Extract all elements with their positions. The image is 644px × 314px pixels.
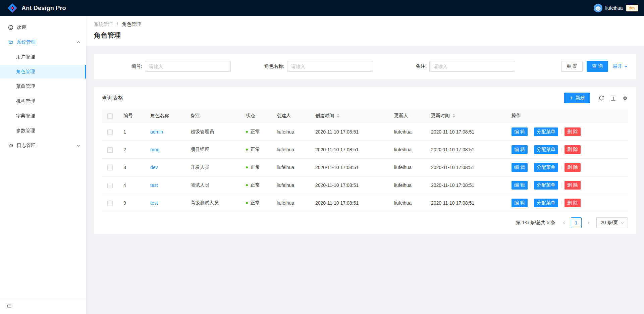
- sidebar-item-label: 日志管理: [17, 143, 36, 149]
- divider: [531, 183, 531, 188]
- edit-button[interactable]: 编 辑: [512, 199, 528, 207]
- sidebar-item-user-mgmt[interactable]: 用户管理: [0, 50, 86, 64]
- sidebar-item-role-mgmt[interactable]: 角色管理: [0, 65, 86, 78]
- sort-carets-icon[interactable]: [452, 114, 455, 118]
- cell-id: 3: [118, 159, 145, 176]
- assign-menu-button[interactable]: 分配菜单: [534, 163, 558, 172]
- delete-button[interactable]: 删 除: [565, 145, 581, 154]
- search-field-id: 编号:: [102, 61, 231, 72]
- divider: [561, 147, 561, 152]
- antd-logo-icon: [7, 3, 17, 13]
- chevron-down-icon: [76, 144, 80, 148]
- delete-button[interactable]: 删 除: [565, 199, 581, 207]
- breadcrumb-separator: /: [117, 21, 118, 27]
- delete-button[interactable]: 删 除: [565, 127, 581, 136]
- reset-button[interactable]: 重 置: [561, 61, 583, 72]
- col-header-status: 状态: [240, 109, 271, 123]
- assign-menu-button[interactable]: 分配菜单: [534, 199, 558, 207]
- menu-fold-icon[interactable]: [6, 303, 13, 310]
- role-name-link[interactable]: dev: [150, 165, 158, 170]
- row-checkbox[interactable]: [107, 165, 113, 170]
- delete-button[interactable]: 删 除: [565, 163, 581, 172]
- row-checkbox[interactable]: [107, 183, 113, 188]
- edit-button[interactable]: 编 辑: [512, 127, 528, 136]
- breadcrumb-current: 角色管理: [122, 21, 141, 27]
- edit-button[interactable]: 编 辑: [512, 145, 528, 154]
- sidebar-item-dict-mgmt[interactable]: 字典管理: [0, 109, 86, 123]
- table-title: 查询表格: [102, 95, 123, 102]
- row-checkbox[interactable]: [107, 129, 113, 135]
- table-wrap: 编号 角色名称 备注 状态 创建人 创建时间 更新人: [94, 109, 636, 212]
- status-dot: [246, 202, 248, 204]
- edit-button[interactable]: 编 辑: [512, 181, 528, 190]
- page-number-1[interactable]: 1: [571, 217, 582, 228]
- col-header-created[interactable]: 创建时间: [310, 109, 389, 123]
- reload-icon[interactable]: [599, 95, 604, 101]
- smile-icon: [8, 25, 13, 30]
- cell-created: 2020-11-10 17:08:51: [310, 123, 389, 141]
- new-button[interactable]: 新建: [564, 93, 590, 103]
- breadcrumb-system[interactable]: 系统管理: [94, 21, 113, 27]
- prev-page-icon[interactable]: [559, 217, 570, 228]
- role-name-link[interactable]: test: [150, 200, 158, 206]
- top-header: Ant Design Pro liufeihua dev: [0, 0, 644, 16]
- app-title: Ant Design Pro: [21, 5, 66, 12]
- table-row: 3 dev 开发人员 正常 liufeihua 2020-11-10 17:08…: [102, 159, 628, 176]
- remark-input[interactable]: [429, 61, 515, 72]
- row-checkbox[interactable]: [107, 201, 113, 206]
- plus-icon: [569, 96, 573, 100]
- sort-carets-icon[interactable]: [337, 114, 339, 118]
- assign-menu-button[interactable]: 分配菜单: [534, 181, 558, 190]
- avatar[interactable]: [594, 4, 602, 12]
- column-height-icon[interactable]: [610, 95, 616, 101]
- sidebar-item-label: 参数管理: [16, 128, 35, 134]
- divider: [561, 129, 561, 134]
- table-row: 9 test 高级测试人员 正常 liufeihua 2020-11-10 17…: [102, 194, 628, 212]
- sidebar-item-logs[interactable]: 日志管理: [0, 139, 86, 152]
- cell-creator: liufeihua: [271, 194, 310, 212]
- col-header-updated[interactable]: 更新时间: [426, 109, 506, 123]
- divider: [531, 165, 531, 170]
- cell-id: 1: [118, 123, 145, 141]
- expand-toggle[interactable]: 展开: [613, 63, 628, 69]
- table-row: 4 test 测试人员 正常 liufeihua 2020-11-10 17:0…: [102, 176, 628, 194]
- status-badge: 正常: [251, 129, 260, 135]
- sidebar-item-org-mgmt[interactable]: 机构管理: [0, 95, 86, 108]
- col-header-actions: 操作: [506, 109, 628, 123]
- id-input[interactable]: [145, 61, 231, 72]
- role-name-input[interactable]: [287, 61, 373, 72]
- role-name-link[interactable]: test: [150, 182, 158, 188]
- edit-button[interactable]: 编 辑: [512, 163, 528, 172]
- username[interactable]: liufeihua: [605, 5, 623, 11]
- sidebar-item-system[interactable]: 系统管理: [0, 36, 86, 49]
- table-card: 查询表格 新建: [94, 87, 636, 234]
- sidebar-item-label: 欢迎: [17, 24, 26, 31]
- select-all-checkbox[interactable]: [107, 113, 113, 119]
- query-button[interactable]: 查 询: [587, 61, 608, 72]
- search-field-role-name: 角色名称:: [244, 61, 373, 72]
- page-size-select[interactable]: 20 条/页: [596, 217, 628, 228]
- page-title: 角色管理: [94, 31, 636, 40]
- delete-button[interactable]: 删 除: [565, 181, 581, 190]
- cell-remark: 开发人员: [185, 159, 240, 176]
- role-name-link[interactable]: admin: [150, 129, 163, 135]
- sidebar-item-label: 系统管理: [17, 39, 36, 45]
- role-name-link[interactable]: mng: [150, 147, 159, 152]
- app-logo[interactable]: Ant Design Pro: [0, 3, 66, 13]
- cell-updated: 2020-11-10 17:08:51: [426, 159, 506, 176]
- remark-label: 备注:: [386, 63, 427, 69]
- assign-menu-button[interactable]: 分配菜单: [534, 145, 558, 154]
- cell-remark: 测试人员: [185, 176, 240, 194]
- cell-updated: 2020-11-10 17:08:51: [426, 176, 506, 194]
- sidebar-item-welcome[interactable]: 欢迎: [0, 21, 86, 34]
- chevron-up-icon: [76, 40, 80, 44]
- next-page-icon[interactable]: [583, 217, 594, 228]
- cell-remark: 高级测试人员: [185, 194, 240, 212]
- gear-icon[interactable]: [622, 95, 628, 101]
- sidebar-item-param-mgmt[interactable]: 参数管理: [0, 124, 86, 138]
- divider: [561, 165, 561, 170]
- row-checkbox[interactable]: [107, 147, 113, 153]
- assign-menu-button[interactable]: 分配菜单: [534, 127, 558, 136]
- sidebar-item-menu-mgmt[interactable]: 菜单管理: [0, 80, 86, 93]
- cell-id: 2: [118, 141, 145, 159]
